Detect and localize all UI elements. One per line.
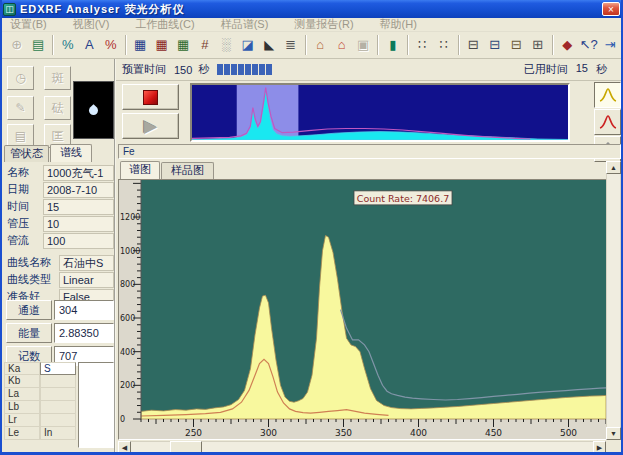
pencil-icon: ✎: [15, 101, 25, 115]
print-button[interactable]: ⊟: [463, 34, 485, 56]
table-row[interactable]: La: [4, 388, 77, 401]
table-info-button[interactable]: ▦: [173, 34, 195, 56]
context-help-button[interactable]: ↖?: [578, 34, 600, 56]
table-row[interactable]: Ka S: [4, 362, 77, 375]
param-list-a-button[interactable]: ∷: [412, 34, 434, 56]
monitor-button[interactable]: ▮: [382, 34, 404, 56]
param-list-b-button[interactable]: ∷: [433, 34, 455, 56]
tab-tube-status[interactable]: 管状态: [4, 145, 49, 162]
spectrum-chart[interactable]: 250300350400450500020040060080010001200C…: [119, 180, 606, 439]
notebook-button[interactable]: ▤: [28, 34, 50, 56]
chart-image-button[interactable]: ◪: [237, 34, 259, 56]
line-kb-element[interactable]: [40, 375, 76, 388]
network-globe-icon: ⊕: [11, 37, 22, 52]
close-button[interactable]: ×: [602, 2, 620, 16]
vertical-scrollbar[interactable]: [606, 161, 621, 440]
network-globe-button[interactable]: ⊕: [6, 34, 28, 56]
play-icon: ▶: [144, 116, 157, 137]
tube-current-field[interactable]: 100: [43, 233, 114, 249]
copy-pages-button[interactable]: ▣: [353, 34, 375, 56]
calculator-button[interactable]: ⊞: [527, 34, 549, 56]
date-field[interactable]: 2008-7-10: [43, 182, 114, 198]
document-icon: ▤: [15, 129, 26, 143]
tube-voltage-label: 管压: [4, 216, 42, 231]
crosshatch-icon: #: [201, 37, 208, 52]
menu-help[interactable]: 帮助(H): [380, 17, 417, 32]
scroll-up-button[interactable]: ▲: [606, 161, 621, 174]
tab-spectrum-view[interactable]: 谱图: [120, 161, 160, 179]
line-ka-element[interactable]: S: [40, 362, 76, 375]
left-panel: ◷ ✎ ▤ 斑 砝 匡 管状态 谱线 名称 1000充气-1 日期 2008-7…: [2, 59, 116, 452]
preset-time-label: 预置时间: [122, 62, 166, 77]
menu-sample-spectrum[interactable]: 样品谱(S): [221, 17, 269, 32]
tube-current-label: 管流: [4, 233, 42, 248]
table-delete-button[interactable]: ▦: [151, 34, 173, 56]
peak-triangle-button[interactable]: ◣: [259, 34, 281, 56]
channel-field[interactable]: 304: [54, 300, 114, 320]
dotted-grid-button[interactable]: ░: [216, 34, 238, 56]
toolbar: ⊕ ▤ % A % ▦ ▦ ▦ # ░ ◪ ◣ ≣ ⌂ ⌂ ▣ ▮ ∷ ∷ ⊟ …: [2, 32, 621, 59]
time-field[interactable]: 15: [43, 199, 114, 215]
percent-sample-button[interactable]: %: [57, 34, 79, 56]
display-mode-filled-peak-button[interactable]: [594, 82, 621, 108]
print-setup-button[interactable]: ⊟: [484, 34, 506, 56]
line-lr-label: Lr: [4, 414, 40, 427]
line-lb-element[interactable]: [40, 401, 76, 414]
curve-name-field[interactable]: 石油中S: [59, 255, 114, 271]
table-row[interactable]: Le In: [4, 427, 77, 440]
house-open-button[interactable]: ⌂: [310, 34, 332, 56]
table-row[interactable]: Lb: [4, 401, 77, 414]
percent-ratio-button[interactable]: %: [100, 34, 122, 56]
progress-segment: [259, 64, 265, 75]
scroll-left-button[interactable]: ◀: [118, 441, 131, 453]
tab-sample-view[interactable]: 样品图: [161, 162, 214, 179]
calibration-button[interactable]: A: [79, 34, 101, 56]
line-la-element[interactable]: [40, 388, 76, 401]
line-lr-element[interactable]: [40, 414, 76, 427]
peak-list-panel[interactable]: [78, 362, 114, 448]
progress-segment: [245, 64, 251, 75]
copy-pages-icon: ▣: [357, 37, 369, 52]
energy-field[interactable]: 2.88350: [54, 323, 114, 343]
tab-spectral-line[interactable]: 谱线: [50, 144, 92, 162]
param-list-a-icon: ∷: [418, 37, 426, 52]
print-preview-button[interactable]: ⊟: [506, 34, 528, 56]
stop-button[interactable]: [122, 84, 179, 110]
svg-text:400: 400: [120, 348, 135, 357]
display-mode-line-peak-button[interactable]: [594, 109, 621, 135]
svg-text:1200: 1200: [120, 213, 140, 222]
svg-text:250: 250: [185, 428, 202, 438]
help-book-button[interactable]: ◆: [557, 34, 579, 56]
line-le-element[interactable]: In: [40, 427, 76, 440]
crosshatch-button[interactable]: #: [194, 34, 216, 56]
menu-view[interactable]: 视图(V): [73, 17, 110, 32]
sample-indicator-box: [73, 81, 114, 139]
horizontal-scroll-thumb[interactable]: [170, 441, 202, 453]
menu-measure-report[interactable]: 测量报告(R): [294, 17, 353, 32]
table-row[interactable]: Kb: [4, 375, 77, 388]
menu-working-curve[interactable]: 工作曲线(C): [135, 17, 194, 32]
tube-voltage-field[interactable]: 10: [43, 216, 114, 232]
tube-option-1-button[interactable]: 斑: [44, 66, 71, 90]
current-element-label: Fe: [123, 146, 135, 157]
list-tree-button[interactable]: ≣: [280, 34, 302, 56]
table-new-button[interactable]: ▦: [130, 34, 152, 56]
exit-button[interactable]: ⇥: [600, 34, 622, 56]
preset-time-unit: 秒: [198, 62, 209, 77]
table-row[interactable]: Lr: [4, 414, 77, 427]
name-field[interactable]: 1000充气-1: [43, 165, 114, 181]
clock-button[interactable]: ◷: [7, 66, 34, 90]
house-save-button[interactable]: ⌂: [331, 34, 353, 56]
start-button[interactable]: ▶: [122, 113, 179, 139]
scroll-down-button[interactable]: ▼: [606, 427, 621, 440]
curve-type-field[interactable]: Linear: [59, 272, 114, 288]
param-list-b-icon: ∷: [440, 37, 448, 52]
red-peak-icon: [599, 114, 617, 130]
scroll-right-button[interactable]: ▶: [593, 441, 606, 453]
preview-spectrum-plot: [192, 85, 568, 140]
tube-option-2-button[interactable]: 砝: [44, 96, 71, 120]
edit-button[interactable]: ✎: [7, 96, 34, 120]
menu-settings[interactable]: 设置(B): [10, 17, 47, 32]
menu-bar: 设置(B) 视图(V) 工作曲线(C) 样品谱(S) 测量报告(R) 帮助(H): [2, 18, 621, 32]
dotted-grid-icon: ░: [222, 37, 231, 52]
